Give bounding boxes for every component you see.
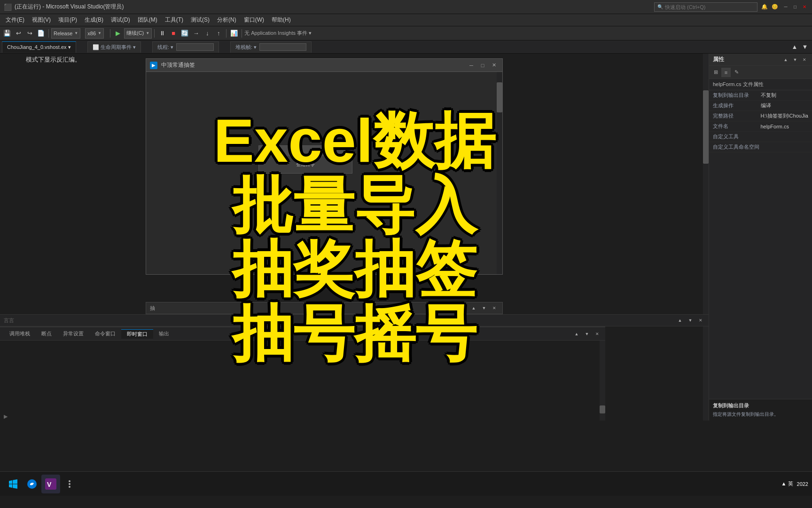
toolbar-save2-btn[interactable]: 📄 [36, 28, 46, 39]
platform-label: x86 [87, 31, 96, 36]
eb-tab-callstack[interactable]: 调用堆栈 [4, 329, 36, 338]
toolbar-separator-1 [48, 29, 49, 38]
menu-analyze[interactable]: 分析(N) [213, 15, 240, 25]
continue-btn[interactable]: ▶ [113, 28, 123, 39]
thread-input[interactable] [176, 43, 214, 51]
pane-ctrl-close[interactable]: ✕ [696, 316, 705, 325]
prop-label-namespace: 自定义工具命名空间 [713, 143, 761, 151]
eb-tab-output[interactable]: 输出 [153, 329, 175, 338]
menu-view[interactable]: 视图(V) [28, 15, 55, 25]
taskbar-lang: ▲ 英 [781, 480, 793, 487]
tab-stackframe-label: 堆栈帧: ▾ [235, 44, 257, 51]
stackframe-input[interactable] [259, 43, 306, 51]
bottom-scrollbar-thumb[interactable] [600, 405, 605, 413]
tab-process[interactable]: ChouJiang_4_0.vshost.ex ▾ [2, 41, 76, 53]
release-dropdown[interactable]: Release ▼ [51, 28, 80, 39]
prop-btn-3[interactable]: ✎ [732, 68, 741, 77]
platform-dropdown[interactable]: x86 ▼ [85, 28, 104, 39]
stepin-btn[interactable]: ↓ [202, 28, 212, 39]
restart-btn[interactable]: 🔄 [180, 28, 190, 39]
platform-arrow: ▼ [98, 31, 102, 35]
taskbar-windows-btn[interactable] [4, 475, 23, 493]
right-panel-title: 属性 [713, 56, 724, 64]
eb-tab-exceptions[interactable]: 异常设置 [57, 329, 89, 338]
dialog-minimize-btn[interactable]: ─ [467, 61, 476, 70]
tab-nav-up[interactable]: ▲ [789, 42, 800, 52]
prop-btn-2[interactable]: ≡ [721, 68, 731, 77]
editor-scrollbar-v[interactable] [703, 54, 709, 421]
menu-bar: 文件(E) 视图(V) 项目(P) 生成(B) 调试(D) 团队(M) 工具(T… [0, 14, 812, 26]
pause-btn[interactable]: ⏸ [157, 28, 167, 39]
right-panel-ctrl-close[interactable]: ✕ [801, 56, 808, 64]
right-panel-ctrl-down[interactable]: ▼ [791, 56, 799, 64]
dialog2-strip: 抽 ▲ ▼ ✕ [146, 302, 503, 314]
prop-value-filename: helpForm.cs [761, 124, 809, 129]
quick-search-box[interactable]: 🔍 [654, 2, 757, 12]
menu-window[interactable]: 窗口(W) [240, 15, 268, 25]
editor-text: 模式下显示反汇编。 [26, 56, 81, 64]
eb-tab-breakpoints[interactable]: 断点 [36, 329, 57, 338]
menu-test[interactable]: 测试(S) [187, 15, 213, 25]
dialog-scrollbar[interactable] [497, 72, 502, 274]
eb-tab-controls: ▲ ▼ ✕ [572, 330, 601, 338]
vs-icon: ⬛ [4, 3, 12, 11]
toolbar-redo-btn[interactable]: ↪ [24, 28, 35, 39]
eb-ctrl-close[interactable]: ✕ [593, 330, 601, 338]
prop-label-copy: 复制到输出目录 [713, 92, 761, 99]
toolbar-save-btn[interactable]: 💾 [2, 28, 12, 39]
eb-ctrl-up[interactable]: ▲ [572, 330, 581, 338]
release-dropdown-arrow: ▼ [74, 31, 78, 35]
menu-team[interactable]: 团队(M) [134, 15, 161, 25]
minimize-button[interactable]: ─ [782, 3, 789, 11]
menu-tools[interactable]: 工具(T) [161, 15, 187, 25]
menu-build[interactable]: 生成(B) [81, 15, 107, 25]
stop-btn[interactable]: ■ [168, 28, 179, 39]
stepout-btn[interactable]: ↑ [213, 28, 224, 39]
continue-dropdown[interactable]: 继续(C) ▼ [124, 28, 152, 39]
menu-file[interactable]: 文件(E) [2, 15, 28, 25]
dlg2-ctrl-up[interactable]: ▲ [469, 304, 478, 312]
dialog-maximize-btn[interactable]: □ [478, 61, 487, 70]
tab-stackframe[interactable]: 堆栈帧: ▾ [230, 41, 312, 53]
extra-icon [64, 478, 75, 490]
tab-lifecycle[interactable]: ⬜ 生命周期事件 ▾ [87, 41, 141, 53]
properties-file-label: helpForm.cs 文件属性 [709, 79, 812, 90]
toolbar-sep-4 [226, 29, 226, 38]
menu-help[interactable]: 帮助(H) [268, 15, 295, 25]
pane-ctrl-down[interactable]: ▼ [686, 316, 695, 325]
eb-ctrl-down[interactable]: ▼ [583, 330, 591, 338]
dlg2-ctrl-close[interactable]: ✕ [490, 304, 499, 312]
tab-nav-down[interactable]: ▼ [800, 42, 810, 52]
close-button[interactable]: ✕ [801, 3, 808, 11]
right-panel-ctrl-up[interactable]: ▲ [782, 56, 789, 64]
editor-scrollbar-thumb[interactable] [703, 90, 709, 164]
taskbar-extra-btn[interactable] [60, 475, 79, 493]
taskbar: V ▲ 英 2022 [0, 471, 812, 496]
prop-btn-1[interactable]: ⊞ [711, 68, 720, 77]
maximize-button[interactable]: □ [791, 3, 799, 11]
quick-search-input[interactable] [665, 4, 750, 10]
menu-debug[interactable]: 调试(D) [107, 15, 134, 25]
taskbar-right: ▲ 英 2022 [781, 480, 808, 487]
dlg2-ctrl-down[interactable]: ▼ [480, 304, 488, 312]
performance-btn[interactable]: 📊 [229, 28, 239, 39]
eb-tab-immediate[interactable]: 即时窗口 [121, 329, 153, 339]
taskbar-edge-btn[interactable] [23, 475, 41, 493]
tab-thread[interactable]: 线程: ▾ [152, 41, 219, 53]
dialog-scrollbar-thumb[interactable] [497, 82, 502, 113]
bottom-scrollbar[interactable] [600, 341, 605, 421]
toolbar-undo-btn[interactable]: ↩ [13, 28, 23, 39]
dialog-icon: ▶ [150, 62, 157, 69]
prop-label-fullpath: 完整路径 [713, 112, 761, 119]
eb-tab-cmdwindow[interactable]: 命令窗口 [89, 329, 121, 338]
mini-dialog-content: 登陆口令 [259, 156, 352, 173]
second-pane-label: 言言 [4, 317, 14, 324]
stepover-btn[interactable]: → [191, 28, 201, 39]
pane-ctrl-up[interactable]: ▲ [676, 316, 684, 325]
menu-project[interactable]: 项目(P) [55, 15, 81, 25]
prop-row-0: 复制到输出目录 不复制 [709, 90, 812, 101]
dialog-close-btn[interactable]: ✕ [489, 61, 499, 70]
taskbar-vs-btn[interactable]: V [41, 475, 60, 493]
right-panel: 属性 ▲ ▼ ✕ ⊞ ≡ ✎ helpForm.cs 文件属性 复制到输出目录 … [709, 54, 812, 421]
immediate-window-content[interactable]: ▶ [0, 341, 605, 421]
